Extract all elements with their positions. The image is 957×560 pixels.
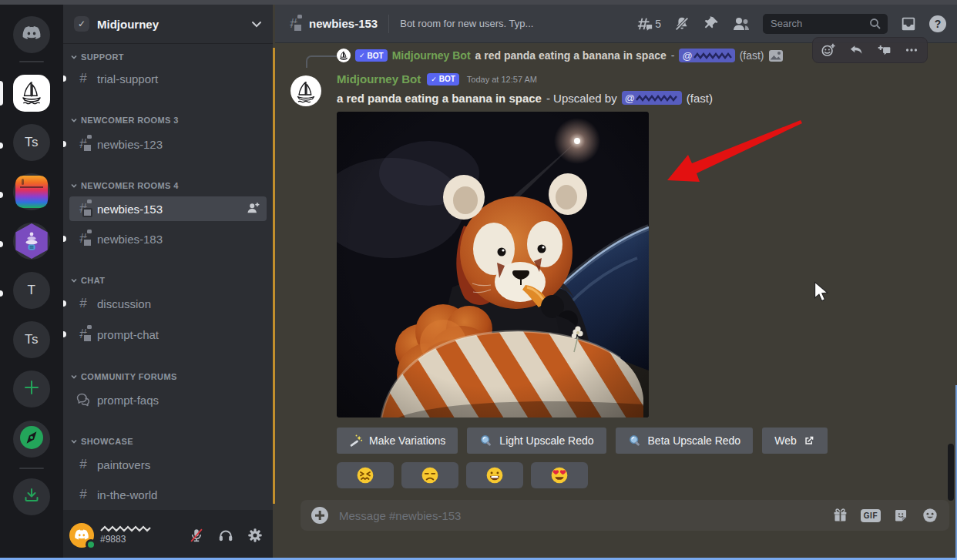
member-list-icon[interactable] <box>732 15 750 32</box>
category-showcase[interactable]: SHOWCASE <box>71 434 267 449</box>
reaction-confounded[interactable] <box>337 462 394 488</box>
channel-topic[interactable]: Bot room for new users. Typ... <box>400 18 533 29</box>
reaction-heart-eyes[interactable] <box>531 462 588 488</box>
reply-suffix: (fast) <box>740 49 764 62</box>
mic-muted-icon[interactable] <box>188 527 205 544</box>
hash-thread-icon: # <box>76 136 91 152</box>
user-avatar[interactable] <box>69 523 94 548</box>
channel-name: discussion <box>97 297 151 310</box>
category-community-forums[interactable]: COMMUNITY FORUMS <box>71 369 267 384</box>
window-top-edge <box>0 0 957 5</box>
generated-image-attachment[interactable] <box>337 112 649 417</box>
server-initials: T <box>28 283 36 298</box>
download-apps-button[interactable] <box>13 478 50 515</box>
settings-gear-icon[interactable] <box>247 527 264 544</box>
light-upscale-redo-button[interactable]: Light Upscale Redo <box>467 428 606 454</box>
reply-spine <box>306 55 337 68</box>
message-avatar[interactable] <box>290 75 321 106</box>
message-input[interactable] <box>337 508 823 523</box>
reply-author[interactable]: Midjourney Bot <box>392 49 471 62</box>
server-icon-ts-1[interactable]: Ts <box>13 124 50 161</box>
sidebar-item-discussion[interactable]: # discussion <box>69 291 267 316</box>
category-label: SHOWCASE <box>81 437 133 446</box>
reaction-disappointed[interactable] <box>401 462 458 488</box>
search-input[interactable] <box>769 17 865 30</box>
hash-icon: # <box>76 71 91 86</box>
server-rail: Ts T Ts <box>0 5 63 560</box>
sidebar-item-trial-support[interactable]: # trial-support <box>69 66 267 91</box>
sidebar-item-newbies-183[interactable]: # newbies-183 <box>69 226 267 251</box>
server-initials: Ts <box>25 332 39 347</box>
mention-pill[interactable]: @ <box>622 91 682 105</box>
attach-file-button[interactable] <box>311 507 328 524</box>
discord-app-window: Ts T Ts <box>0 0 957 560</box>
make-variations-button[interactable]: Make Variations <box>337 428 458 454</box>
server-icon-midjourney[interactable] <box>13 75 50 112</box>
web-button[interactable]: Web <box>762 428 828 454</box>
message-author[interactable]: Midjourney Bot <box>337 72 421 86</box>
sailboat-icon <box>294 79 318 103</box>
emoji-picker-icon[interactable] <box>922 507 939 524</box>
chevron-down-icon <box>71 183 77 189</box>
message-hover-toolbar <box>812 37 928 63</box>
prompt-text: a red panda eating a banana in space <box>337 92 542 105</box>
external-link-icon <box>803 434 815 447</box>
discord-logo-icon <box>74 529 89 541</box>
channel-sidebar: ✓ Midjourney SUPPORT # trial-support NEW… <box>63 5 273 560</box>
category-newcomer-rooms-4[interactable]: NEWCOMER ROOMS 4 <box>71 178 267 193</box>
guild-name: Midjourney <box>97 18 159 31</box>
sidebar-item-newbies-153[interactable]: # newbies-153 <box>69 196 267 221</box>
reaction-grinning[interactable] <box>466 462 523 488</box>
channel-title: newbies-153 <box>309 17 378 30</box>
more-actions-icon[interactable] <box>904 42 919 58</box>
user-meta: #9883 <box>100 525 151 545</box>
add-server-button[interactable] <box>13 371 50 407</box>
reply-icon[interactable] <box>848 42 864 58</box>
server-icon-ts-2[interactable]: Ts <box>13 321 50 358</box>
sidebar-item-prompt-chat[interactable]: # prompt-chat <box>69 322 267 347</box>
mention-pill[interactable]: @ <box>679 49 734 62</box>
reply-text: a red panda eating a banana in space <box>475 49 667 62</box>
channel-name: newbies-183 <box>97 233 163 246</box>
unread-server-pill <box>0 192 3 198</box>
sidebar-item-paintovers[interactable]: # paintovers <box>69 452 267 477</box>
notifications-muted-icon[interactable] <box>673 15 690 32</box>
category-label: CHAT <box>81 276 105 285</box>
chevron-down-icon <box>71 374 77 380</box>
gif-picker-button[interactable]: GIF <box>861 509 881 522</box>
pinned-messages-icon[interactable] <box>703 15 720 32</box>
gift-icon[interactable] <box>832 508 848 524</box>
explore-servers-button[interactable] <box>13 421 50 458</box>
magnifier-icon <box>628 434 642 448</box>
headphones-icon[interactable] <box>217 527 234 544</box>
sidebar-item-newbies-123[interactable]: # newbies-123 <box>69 132 267 156</box>
category-chat[interactable]: CHAT <box>71 273 267 288</box>
help-icon[interactable]: ? <box>929 15 946 32</box>
rail-separator <box>19 468 44 469</box>
threads-button[interactable]: 5 <box>636 15 661 32</box>
sticker-icon[interactable] <box>893 508 909 524</box>
invite-people-icon[interactable] <box>247 202 260 216</box>
inbox-icon[interactable] <box>900 15 917 32</box>
hash-thread-icon: # <box>76 231 91 246</box>
channel-list: SUPPORT # trial-support NEWCOMER ROOMS 3… <box>63 48 273 510</box>
create-thread-icon[interactable] <box>876 42 892 58</box>
category-newcomer-rooms-3[interactable]: NEWCOMER ROOMS 3 <box>71 112 267 128</box>
plus-icon <box>23 379 40 399</box>
server-initials: Ts <box>25 135 39 150</box>
add-reaction-icon[interactable] <box>821 42 836 58</box>
category-support[interactable]: SUPPORT <box>71 49 267 65</box>
beta-upscale-redo-button[interactable]: Beta Upscale Redo <box>616 428 754 454</box>
server-icon-t[interactable]: T <box>13 272 50 309</box>
reply-reference[interactable]: ✓BOT Midjourney Bot a red panda eating a… <box>337 46 849 65</box>
server-icon-hexagon[interactable] <box>13 223 50 260</box>
channel-name: prompt-chat <box>97 328 159 341</box>
guild-header[interactable]: ✓ Midjourney <box>63 5 273 44</box>
sidebar-item-in-the-world[interactable]: # in-the-world <box>69 482 267 507</box>
unread-channel-pill <box>63 75 66 82</box>
red-panda-image <box>337 112 649 417</box>
discord-home-button[interactable] <box>13 16 50 53</box>
chat-scrollbar-thumb[interactable] <box>948 444 954 501</box>
sidebar-item-prompt-faqs[interactable]: prompt-faqs <box>69 387 267 412</box>
server-icon-fridge[interactable] <box>13 173 50 210</box>
